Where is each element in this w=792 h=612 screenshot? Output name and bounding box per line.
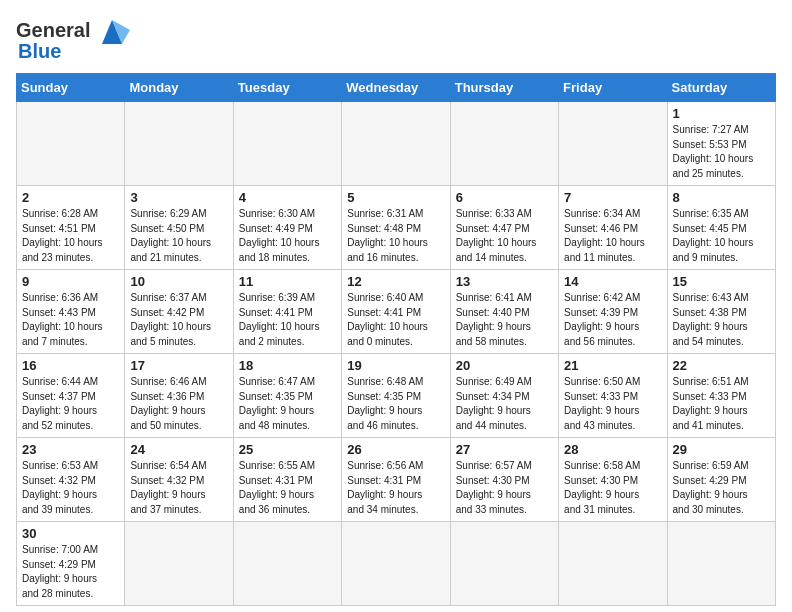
day-cell: 12Sunrise: 6:40 AM Sunset: 4:41 PM Dayli… [342, 270, 450, 354]
day-cell: 15Sunrise: 6:43 AM Sunset: 4:38 PM Dayli… [667, 270, 775, 354]
day-info: Sunrise: 6:59 AM Sunset: 4:29 PM Dayligh… [673, 459, 770, 517]
day-cell [125, 522, 233, 606]
day-info: Sunrise: 6:50 AM Sunset: 4:33 PM Dayligh… [564, 375, 661, 433]
day-number: 8 [673, 190, 770, 205]
day-cell: 2Sunrise: 6:28 AM Sunset: 4:51 PM Daylig… [17, 186, 125, 270]
day-info: Sunrise: 6:53 AM Sunset: 4:32 PM Dayligh… [22, 459, 119, 517]
day-cell [667, 522, 775, 606]
day-number: 16 [22, 358, 119, 373]
weekday-sunday: Sunday [17, 74, 125, 102]
day-info: Sunrise: 7:00 AM Sunset: 4:29 PM Dayligh… [22, 543, 119, 601]
day-cell: 13Sunrise: 6:41 AM Sunset: 4:40 PM Dayli… [450, 270, 558, 354]
day-number: 14 [564, 274, 661, 289]
day-number: 12 [347, 274, 444, 289]
day-cell: 4Sunrise: 6:30 AM Sunset: 4:49 PM Daylig… [233, 186, 341, 270]
day-cell: 14Sunrise: 6:42 AM Sunset: 4:39 PM Dayli… [559, 270, 667, 354]
day-number: 2 [22, 190, 119, 205]
day-number: 5 [347, 190, 444, 205]
week-row-6: 30Sunrise: 7:00 AM Sunset: 4:29 PM Dayli… [17, 522, 776, 606]
day-info: Sunrise: 6:51 AM Sunset: 4:33 PM Dayligh… [673, 375, 770, 433]
day-info: Sunrise: 6:58 AM Sunset: 4:30 PM Dayligh… [564, 459, 661, 517]
day-number: 7 [564, 190, 661, 205]
week-row-1: 1Sunrise: 7:27 AM Sunset: 5:53 PM Daylig… [17, 102, 776, 186]
day-cell: 23Sunrise: 6:53 AM Sunset: 4:32 PM Dayli… [17, 438, 125, 522]
day-cell: 17Sunrise: 6:46 AM Sunset: 4:36 PM Dayli… [125, 354, 233, 438]
day-info: Sunrise: 6:44 AM Sunset: 4:37 PM Dayligh… [22, 375, 119, 433]
day-info: Sunrise: 6:30 AM Sunset: 4:49 PM Dayligh… [239, 207, 336, 265]
day-cell: 26Sunrise: 6:56 AM Sunset: 4:31 PM Dayli… [342, 438, 450, 522]
day-number: 11 [239, 274, 336, 289]
day-info: Sunrise: 6:48 AM Sunset: 4:35 PM Dayligh… [347, 375, 444, 433]
week-row-5: 23Sunrise: 6:53 AM Sunset: 4:32 PM Dayli… [17, 438, 776, 522]
day-cell: 3Sunrise: 6:29 AM Sunset: 4:50 PM Daylig… [125, 186, 233, 270]
day-cell [450, 522, 558, 606]
day-cell [17, 102, 125, 186]
weekday-saturday: Saturday [667, 74, 775, 102]
day-info: Sunrise: 7:27 AM Sunset: 5:53 PM Dayligh… [673, 123, 770, 181]
day-number: 20 [456, 358, 553, 373]
day-number: 26 [347, 442, 444, 457]
logo-icon [94, 16, 130, 44]
day-info: Sunrise: 6:40 AM Sunset: 4:41 PM Dayligh… [347, 291, 444, 349]
day-number: 1 [673, 106, 770, 121]
day-cell [559, 102, 667, 186]
day-cell: 8Sunrise: 6:35 AM Sunset: 4:45 PM Daylig… [667, 186, 775, 270]
day-cell [342, 102, 450, 186]
day-number: 18 [239, 358, 336, 373]
day-cell: 20Sunrise: 6:49 AM Sunset: 4:34 PM Dayli… [450, 354, 558, 438]
day-cell: 25Sunrise: 6:55 AM Sunset: 4:31 PM Dayli… [233, 438, 341, 522]
day-cell: 27Sunrise: 6:57 AM Sunset: 4:30 PM Dayli… [450, 438, 558, 522]
day-number: 29 [673, 442, 770, 457]
day-cell [342, 522, 450, 606]
day-cell: 16Sunrise: 6:44 AM Sunset: 4:37 PM Dayli… [17, 354, 125, 438]
calendar-table: SundayMondayTuesdayWednesdayThursdayFrid… [16, 73, 776, 606]
day-cell: 28Sunrise: 6:58 AM Sunset: 4:30 PM Dayli… [559, 438, 667, 522]
weekday-wednesday: Wednesday [342, 74, 450, 102]
day-cell: 22Sunrise: 6:51 AM Sunset: 4:33 PM Dayli… [667, 354, 775, 438]
day-number: 23 [22, 442, 119, 457]
day-cell: 1Sunrise: 7:27 AM Sunset: 5:53 PM Daylig… [667, 102, 775, 186]
day-cell [450, 102, 558, 186]
day-cell: 9Sunrise: 6:36 AM Sunset: 4:43 PM Daylig… [17, 270, 125, 354]
day-info: Sunrise: 6:28 AM Sunset: 4:51 PM Dayligh… [22, 207, 119, 265]
day-info: Sunrise: 6:34 AM Sunset: 4:46 PM Dayligh… [564, 207, 661, 265]
day-cell: 30Sunrise: 7:00 AM Sunset: 4:29 PM Dayli… [17, 522, 125, 606]
day-cell: 24Sunrise: 6:54 AM Sunset: 4:32 PM Dayli… [125, 438, 233, 522]
day-number: 6 [456, 190, 553, 205]
day-number: 28 [564, 442, 661, 457]
day-cell [559, 522, 667, 606]
weekday-thursday: Thursday [450, 74, 558, 102]
day-info: Sunrise: 6:29 AM Sunset: 4:50 PM Dayligh… [130, 207, 227, 265]
day-number: 15 [673, 274, 770, 289]
day-number: 3 [130, 190, 227, 205]
day-cell: 29Sunrise: 6:59 AM Sunset: 4:29 PM Dayli… [667, 438, 775, 522]
day-info: Sunrise: 6:49 AM Sunset: 4:34 PM Dayligh… [456, 375, 553, 433]
day-info: Sunrise: 6:46 AM Sunset: 4:36 PM Dayligh… [130, 375, 227, 433]
page-header: General Blue [16, 16, 776, 63]
day-info: Sunrise: 6:35 AM Sunset: 4:45 PM Dayligh… [673, 207, 770, 265]
day-cell: 5Sunrise: 6:31 AM Sunset: 4:48 PM Daylig… [342, 186, 450, 270]
weekday-monday: Monday [125, 74, 233, 102]
day-cell [233, 102, 341, 186]
day-info: Sunrise: 6:42 AM Sunset: 4:39 PM Dayligh… [564, 291, 661, 349]
day-number: 4 [239, 190, 336, 205]
day-info: Sunrise: 6:57 AM Sunset: 4:30 PM Dayligh… [456, 459, 553, 517]
logo-blue: Blue [18, 40, 61, 63]
day-cell: 6Sunrise: 6:33 AM Sunset: 4:47 PM Daylig… [450, 186, 558, 270]
weekday-tuesday: Tuesday [233, 74, 341, 102]
day-number: 30 [22, 526, 119, 541]
day-number: 13 [456, 274, 553, 289]
day-cell: 10Sunrise: 6:37 AM Sunset: 4:42 PM Dayli… [125, 270, 233, 354]
day-info: Sunrise: 6:36 AM Sunset: 4:43 PM Dayligh… [22, 291, 119, 349]
day-number: 25 [239, 442, 336, 457]
day-number: 22 [673, 358, 770, 373]
day-info: Sunrise: 6:54 AM Sunset: 4:32 PM Dayligh… [130, 459, 227, 517]
day-cell: 18Sunrise: 6:47 AM Sunset: 4:35 PM Dayli… [233, 354, 341, 438]
day-cell [125, 102, 233, 186]
day-info: Sunrise: 6:33 AM Sunset: 4:47 PM Dayligh… [456, 207, 553, 265]
day-cell: 21Sunrise: 6:50 AM Sunset: 4:33 PM Dayli… [559, 354, 667, 438]
day-info: Sunrise: 6:56 AM Sunset: 4:31 PM Dayligh… [347, 459, 444, 517]
day-number: 21 [564, 358, 661, 373]
week-row-4: 16Sunrise: 6:44 AM Sunset: 4:37 PM Dayli… [17, 354, 776, 438]
day-cell [233, 522, 341, 606]
